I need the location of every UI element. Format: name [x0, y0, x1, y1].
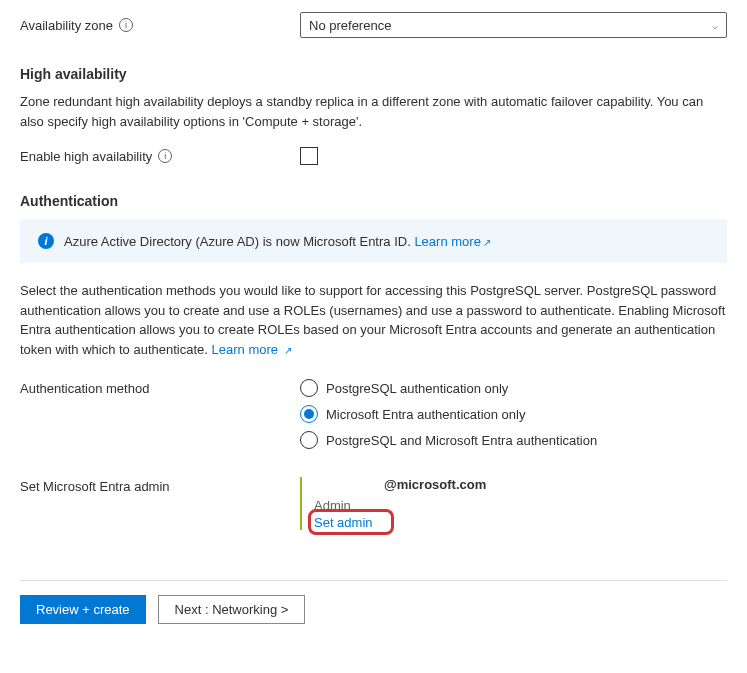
set-admin-row: Set Microsoft Entra admin @microsoft.com… — [20, 477, 727, 530]
availability-zone-label: Availability zone — [20, 18, 113, 33]
radio-icon — [300, 431, 318, 449]
set-admin-label-col: Set Microsoft Entra admin — [20, 477, 300, 494]
enable-ha-label-col: Enable high availability i — [20, 149, 300, 164]
next-networking-button[interactable]: Next : Networking > — [158, 595, 306, 624]
radio-icon — [300, 379, 318, 397]
review-create-button[interactable]: Review + create — [20, 595, 146, 624]
set-admin-label: Set Microsoft Entra admin — [20, 479, 170, 494]
high-availability-description: Zone redundant high availability deploys… — [20, 92, 727, 131]
info-icon: i — [38, 233, 54, 249]
authentication-desc-text: Select the authentication methods you wo… — [20, 283, 725, 357]
availability-zone-label-col: Availability zone i — [20, 18, 300, 33]
info-icon[interactable]: i — [119, 18, 133, 32]
entra-banner-link-text: Learn more — [414, 234, 480, 249]
radio-icon — [300, 405, 318, 423]
radio-pg-only-label: PostgreSQL authentication only — [326, 381, 508, 396]
admin-sub-label: Admin — [314, 498, 727, 513]
entra-banner-message: Azure Active Directory (Azure AD) is now… — [64, 234, 414, 249]
radio-entra-only[interactable]: Microsoft Entra authentication only — [300, 405, 727, 423]
admin-block: @microsoft.com Admin Set admin — [300, 477, 727, 530]
radio-both-label: PostgreSQL and Microsoft Entra authentic… — [326, 433, 597, 448]
auth-method-options: PostgreSQL authentication only Microsoft… — [300, 379, 727, 457]
high-availability-heading: High availability — [20, 66, 727, 82]
auth-learn-more-link[interactable]: Learn more ↗ — [212, 342, 292, 357]
auth-learn-more-text: Learn more — [212, 342, 278, 357]
radio-entra-only-label: Microsoft Entra authentication only — [326, 407, 525, 422]
external-link-icon: ↗ — [483, 237, 491, 248]
authentication-description: Select the authentication methods you wo… — [20, 281, 727, 359]
availability-zone-value: No preference — [309, 18, 391, 33]
entra-banner-learn-more-link[interactable]: Learn more↗ — [414, 234, 490, 249]
admin-email: @microsoft.com — [384, 477, 727, 492]
external-link-icon: ↗ — [284, 345, 292, 356]
availability-zone-row: Availability zone i No preference ⌵ — [20, 12, 727, 38]
radio-pg-only[interactable]: PostgreSQL authentication only — [300, 379, 727, 397]
enable-ha-label: Enable high availability — [20, 149, 152, 164]
footer-bar: Review + create Next : Networking > — [20, 580, 727, 624]
availability-zone-select[interactable]: No preference ⌵ — [300, 12, 727, 38]
radio-both[interactable]: PostgreSQL and Microsoft Entra authentic… — [300, 431, 727, 449]
auth-method-label-col: Authentication method — [20, 379, 300, 396]
set-admin-link[interactable]: Set admin — [314, 515, 373, 530]
auth-method-label: Authentication method — [20, 381, 149, 396]
entra-banner-text: Azure Active Directory (Azure AD) is now… — [64, 234, 491, 249]
entra-info-banner: i Azure Active Directory (Azure AD) is n… — [20, 219, 727, 263]
info-icon[interactable]: i — [158, 149, 172, 163]
enable-ha-checkbox[interactable] — [300, 147, 318, 165]
chevron-down-icon: ⌵ — [712, 20, 718, 31]
enable-ha-row: Enable high availability i — [20, 147, 727, 165]
auth-method-row: Authentication method PostgreSQL authent… — [20, 379, 727, 457]
authentication-heading: Authentication — [20, 193, 727, 209]
